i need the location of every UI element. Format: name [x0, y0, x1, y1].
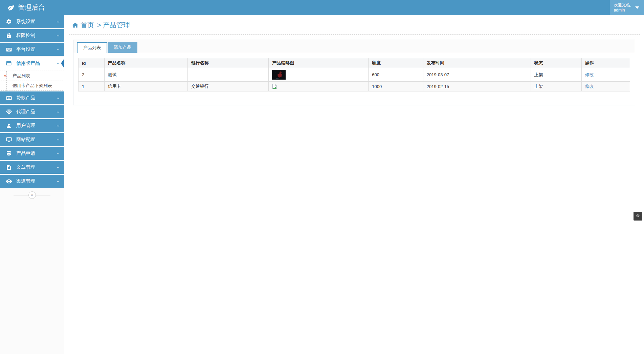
edit-link[interactable]: 修改	[585, 72, 594, 77]
sidebar-item-label: 代理产品	[16, 109, 56, 115]
sidebar-item-label: 信用卡产品	[16, 60, 56, 66]
chevron-down-icon	[56, 138, 60, 142]
home-icon	[72, 22, 79, 29]
chevron-down-icon	[56, 180, 60, 183]
chevron-down-icon	[56, 48, 60, 51]
sidebar-item-label: 渠道管理	[16, 178, 56, 184]
app-logo: 管理后台	[0, 3, 45, 12]
sidebar-item-product-application[interactable]: 产品申请	[0, 147, 64, 160]
credit-card-submenu: » 产品列表 信用卡产品下架列表	[0, 71, 64, 91]
cell-thumbnail	[269, 82, 369, 91]
tab-product-list[interactable]: 产品列表	[77, 42, 107, 53]
column-header-id: id	[79, 58, 105, 68]
table-header-row: id 产品名称 银行名称 产品缩略图 额度 发布时间 状态 操作	[79, 58, 630, 68]
sidebar-subitem-product-list[interactable]: » 产品列表	[0, 71, 64, 81]
column-header-product-name: 产品名称	[104, 58, 187, 68]
broken-image-icon	[272, 84, 365, 89]
sidebar-collapse-row: «	[0, 190, 64, 200]
sidebar-subitem-credit-card-offlist[interactable]: 信用卡产品下架列表	[0, 81, 64, 91]
chevron-down-icon	[56, 20, 60, 24]
chevron-down-icon	[56, 96, 60, 100]
breadcrumb-current: 产品管理	[103, 21, 130, 30]
sidebar-item-permission-control[interactable]: 权限控制	[0, 29, 64, 42]
back-to-top-button[interactable]	[634, 212, 642, 221]
column-header-status: 状态	[531, 58, 581, 68]
welcome-text: 欢迎光临,	[614, 3, 631, 8]
sidebar-item-label: 用户管理	[16, 123, 56, 129]
sidebar-item-article-management[interactable]: 文章管理	[0, 161, 64, 174]
cell-thumbnail	[269, 68, 369, 82]
keyboard-icon	[5, 46, 12, 53]
angle-double-up-icon	[636, 213, 640, 219]
sidebar-item-system-settings[interactable]: 系统设置	[0, 15, 64, 28]
cell-publish-date: 2019-02-15	[423, 82, 531, 91]
app-title: 管理后台	[18, 3, 45, 12]
double-angle-right-icon: »	[4, 73, 7, 79]
chevron-down-icon	[56, 124, 60, 128]
chevron-down-icon	[56, 62, 60, 65]
edit-link[interactable]: 修改	[585, 84, 594, 89]
cell-quota: 1000	[369, 82, 423, 91]
collapse-sidebar-button[interactable]: «	[28, 191, 36, 199]
column-header-publish-date: 发布时间	[423, 58, 531, 68]
product-table: id 产品名称 银行名称 产品缩略图 额度 发布时间 状态 操作 2 测试	[78, 58, 630, 91]
sidebar-subitem-label: 信用卡产品下架列表	[13, 83, 52, 89]
diamond-icon	[5, 108, 12, 115]
credit-card-icon	[5, 60, 12, 67]
product-thumbnail-image	[272, 70, 365, 80]
column-header-action: 操作	[581, 58, 630, 68]
tab-add-product[interactable]: 添加产品	[108, 42, 137, 53]
eye-icon	[5, 178, 12, 185]
document-icon	[5, 164, 12, 171]
chevron-down-icon	[56, 110, 60, 114]
cell-product-name: 信用卡	[104, 82, 187, 91]
product-panel: 产品列表 添加产品 id 产品名称 银行名称 产品缩略图 额度 发布时间	[73, 40, 635, 105]
sidebar-item-credit-card-products[interactable]: 信用卡产品	[0, 57, 64, 70]
sidebar-item-platform-settings[interactable]: 平台设置	[0, 43, 64, 56]
active-item-arrow-icon	[61, 59, 64, 68]
column-header-quota: 额度	[369, 58, 423, 68]
sidebar-item-user-management[interactable]: 用户管理	[0, 119, 64, 132]
desktop-icon	[5, 136, 12, 143]
cell-action: 修改	[581, 68, 630, 82]
cell-quota: 600	[369, 68, 423, 82]
cell-product-name: 测试	[104, 68, 187, 82]
chevron-down-icon	[56, 152, 60, 155]
tab-strip: 产品列表 添加产品	[73, 40, 635, 53]
table-row: 1 信用卡 交通银行 1000 2019-02-15 上架 修改	[79, 82, 630, 91]
user-menu[interactable]: 欢迎光临, admin	[610, 0, 644, 15]
sidebar-item-agent-products[interactable]: 代理产品	[0, 105, 64, 118]
column-header-bank-name: 银行名称	[187, 58, 269, 68]
product-table-wrap: id 产品名称 银行名称 产品缩略图 额度 发布时间 状态 操作 2 测试	[73, 53, 635, 105]
leaf-icon	[7, 4, 15, 12]
breadcrumb-home[interactable]: 首页	[81, 21, 94, 30]
top-header: 管理后台 欢迎光临, admin	[0, 0, 644, 15]
sidebar-item-label: 贷款产品	[16, 95, 56, 101]
double-angle-left-icon: «	[31, 193, 33, 197]
cell-status: 上架	[531, 82, 581, 91]
sidebar-item-label: 网站配置	[16, 137, 56, 143]
cell-bank-name: 交通银行	[187, 82, 269, 91]
cell-id: 2	[79, 68, 105, 82]
username: admin	[614, 8, 631, 13]
sidebar-item-channel-management[interactable]: 渠道管理	[0, 175, 64, 188]
divider	[69, 34, 640, 35]
cell-id: 1	[79, 82, 105, 91]
sidebar-item-website-config[interactable]: 网站配置	[0, 133, 64, 146]
cell-bank-name	[187, 68, 269, 82]
chevron-down-icon	[56, 166, 60, 169]
user-icon	[5, 122, 12, 129]
breadcrumb-separator: >	[97, 21, 101, 29]
sidebar-item-label: 平台设置	[16, 46, 56, 53]
sidebar-item-label: 权限控制	[16, 33, 56, 39]
sidebar-item-label: 系统设置	[16, 19, 56, 25]
column-header-thumbnail: 产品缩略图	[269, 58, 369, 68]
sidebar-item-label: 文章管理	[16, 164, 56, 170]
main-content: 首页 > 产品管理 产品列表 添加产品 id 产品名称 银行名称 产品缩略图	[64, 15, 644, 354]
cell-publish-date: 2019-03-07	[423, 68, 531, 82]
database-icon	[5, 150, 12, 157]
table-row: 2 测试 600 2019-03-07 上架 修改	[79, 68, 630, 82]
sidebar-item-loan-products[interactable]: 贷款产品	[0, 91, 64, 104]
cell-action: 修改	[581, 82, 630, 91]
sidebar: 系统设置 权限控制 平台设置 信用卡产品 » 产品列表 信用卡产品下架列表 贷款…	[0, 15, 64, 354]
